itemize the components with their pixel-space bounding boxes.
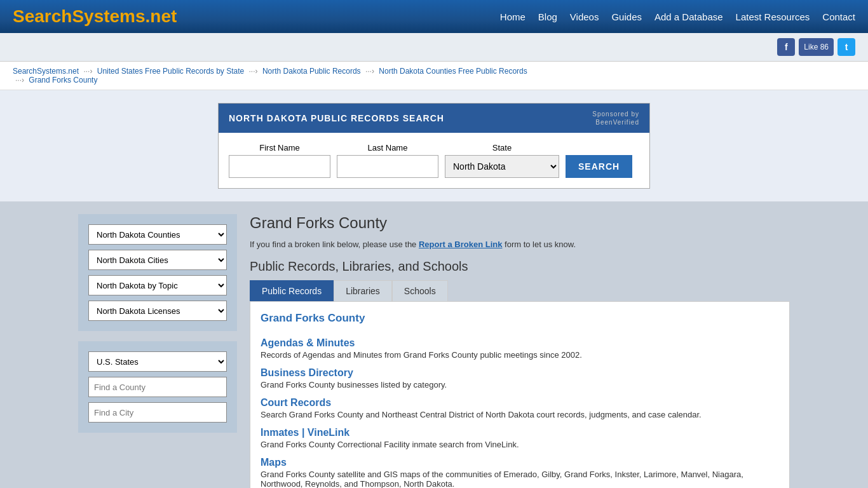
- sidebar-box-nd: North Dakota Counties North Dakota Citie…: [78, 214, 237, 331]
- breadcrumb-link-home[interactable]: SearchSystems.net: [13, 67, 79, 76]
- breadcrumb-arrow: ···›: [365, 67, 374, 76]
- nav-item-contact[interactable]: Contact: [822, 11, 855, 22]
- sidebar: North Dakota Counties North Dakota Citie…: [78, 214, 237, 488]
- state-label: State: [445, 143, 559, 152]
- nav: HomeBlogVideosGuidesAdd a DatabaseLatest…: [500, 11, 855, 22]
- sidebar-box-us: U.S. States: [78, 341, 237, 433]
- first-name-label: First Name: [229, 143, 330, 152]
- tab-public-records[interactable]: Public Records: [250, 280, 334, 301]
- last-name-group: Last Name: [337, 143, 438, 178]
- section-title: Public Records, Libraries, and Schools: [250, 259, 790, 274]
- header: SearchSystems.net HomeBlogVideosGuidesAd…: [0, 0, 868, 33]
- logo-net: .net: [146, 6, 177, 26]
- nav-item-add-a-database[interactable]: Add a Database: [654, 11, 723, 22]
- nav-item-videos[interactable]: Videos: [570, 11, 599, 22]
- record-desc: Records of Agendas and Minutes from Gran…: [261, 350, 779, 360]
- breadcrumb-link-counties[interactable]: North Dakota Counties Free Public Record…: [379, 67, 527, 76]
- search-title-bar: NORTH DAKOTA PUBLIC RECORDS SEARCH Spons…: [219, 104, 649, 133]
- nav-item-blog[interactable]: Blog: [538, 11, 557, 22]
- first-name-input[interactable]: [229, 155, 330, 178]
- facebook-like-button[interactable]: Like 86: [799, 38, 834, 56]
- records-list: Agendas & MinutesRecords of Agendas and …: [261, 337, 779, 488]
- search-fields: First Name Last Name State AlabamaAlaska…: [219, 133, 649, 188]
- county-header-in-panel: Grand Forks County: [261, 312, 779, 330]
- record-desc: Grand Forks County Correctional Facility…: [261, 440, 779, 449]
- report-broken-link[interactable]: Report a Broken Link: [419, 240, 502, 249]
- like-label: Like 86: [804, 43, 829, 51]
- breadcrumb-link-state[interactable]: United States Free Public Records by Sta…: [97, 67, 244, 76]
- breadcrumb-link-nd[interactable]: North Dakota Public Records: [262, 67, 361, 76]
- record-item: Court RecordsSearch Grand Forks County a…: [261, 397, 779, 419]
- breadcrumb-arrow: ···›: [83, 67, 92, 76]
- record-title[interactable]: Inmates | VineLink: [261, 427, 779, 438]
- breadcrumb-arrow: ···›: [15, 76, 24, 85]
- records-panel: Grand Forks County Agendas & MinutesReco…: [250, 301, 790, 488]
- logo-text: SearchSystems: [13, 6, 146, 26]
- logo: SearchSystems.net: [13, 6, 177, 27]
- nd-licenses-select[interactable]: North Dakota Licenses: [88, 301, 227, 321]
- record-title[interactable]: Business Directory: [261, 367, 779, 379]
- last-name-input[interactable]: [337, 155, 438, 178]
- broken-link-text: If you find a broken link below, please …: [250, 240, 419, 249]
- search-title: NORTH DAKOTA PUBLIC RECORDS SEARCH: [229, 113, 444, 123]
- records-panel-inner: Grand Forks County Agendas & MinutesReco…: [250, 302, 789, 488]
- record-item: Business DirectoryGrand Forks County bus…: [261, 367, 779, 390]
- record-title[interactable]: Court Records: [261, 397, 779, 409]
- page-title: Grand Forks County: [250, 214, 790, 232]
- search-box: NORTH DAKOTA PUBLIC RECORDS SEARCH Spons…: [218, 103, 650, 189]
- search-section: NORTH DAKOTA PUBLIC RECORDS SEARCH Spons…: [0, 90, 868, 201]
- find-county-input[interactable]: [88, 377, 227, 397]
- broken-link-suffix: form to let us know.: [502, 240, 576, 249]
- facebook-icon[interactable]: f: [777, 38, 795, 56]
- us-states-select[interactable]: U.S. States: [88, 351, 227, 372]
- tab-libraries[interactable]: Libraries: [334, 280, 392, 301]
- nav-item-home[interactable]: Home: [500, 11, 526, 22]
- record-item: Agendas & MinutesRecords of Agendas and …: [261, 337, 779, 360]
- nd-topic-select[interactable]: North Dakota by Topic: [88, 275, 227, 295]
- breadcrumb-arrow: ···›: [249, 67, 258, 76]
- social-bar: f Like 86 t: [0, 33, 868, 62]
- last-name-label: Last Name: [337, 143, 438, 152]
- sponsored-by: Sponsored by BeenVerified: [592, 110, 639, 126]
- first-name-group: First Name: [229, 143, 330, 178]
- record-desc: Grand Forks County satellite and GIS map…: [261, 470, 779, 488]
- tab-schools[interactable]: Schools: [392, 280, 448, 301]
- broken-link-notice: If you find a broken link below, please …: [250, 240, 790, 249]
- main: North Dakota Counties North Dakota Citie…: [65, 201, 803, 488]
- tabs: Public Records Libraries Schools: [250, 280, 790, 301]
- record-title[interactable]: Agendas & Minutes: [261, 337, 779, 349]
- nd-counties-select[interactable]: North Dakota Counties: [88, 224, 227, 245]
- find-city-input[interactable]: [88, 402, 227, 423]
- nav-item-guides[interactable]: Guides: [611, 11, 642, 22]
- state-select[interactable]: AlabamaAlaskaArizonaArkansasCaliforniaCo…: [445, 155, 559, 178]
- record-desc: Search Grand Forks County and Northeast …: [261, 410, 779, 419]
- record-title[interactable]: Maps: [261, 457, 779, 468]
- record-item: MapsGrand Forks County satellite and GIS…: [261, 457, 779, 488]
- nd-cities-select[interactable]: North Dakota Cities: [88, 250, 227, 270]
- record-desc: Grand Forks County businesses listed by …: [261, 380, 779, 390]
- breadcrumb-link-county[interactable]: Grand Forks County: [29, 76, 97, 85]
- content: Grand Forks County If you find a broken …: [250, 214, 790, 488]
- nav-item-latest-resources[interactable]: Latest Resources: [736, 11, 810, 22]
- search-button[interactable]: SEARCH: [566, 155, 632, 178]
- state-group: State AlabamaAlaskaArizonaArkansasCalifo…: [445, 143, 559, 178]
- breadcrumb: SearchSystems.net ···› United States Fre…: [0, 62, 868, 90]
- twitter-icon[interactable]: t: [837, 38, 855, 56]
- record-item: Inmates | VineLinkGrand Forks County Cor…: [261, 427, 779, 449]
